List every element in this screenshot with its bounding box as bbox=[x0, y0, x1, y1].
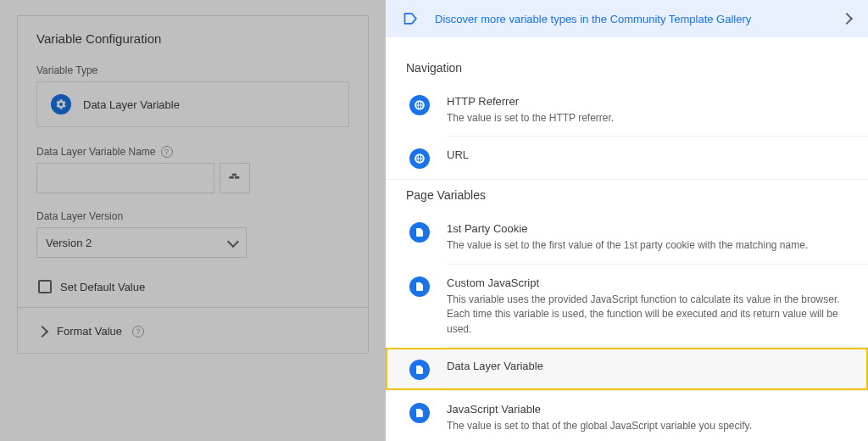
option-desc: The value is set to that of the global J… bbox=[447, 419, 844, 433]
card-title: Variable Configuration bbox=[36, 31, 349, 46]
page-icon bbox=[409, 403, 430, 423]
brick-icon bbox=[228, 171, 242, 185]
option-http-referrer[interactable]: HTTP Referrer The value is set to the HT… bbox=[386, 83, 868, 136]
option-title: HTTP Referrer bbox=[447, 95, 844, 108]
variable-type-selector[interactable]: Data Layer Variable bbox=[36, 81, 349, 127]
chevron-right-icon bbox=[36, 325, 48, 337]
variable-type-label: Variable Type bbox=[36, 64, 349, 76]
set-default-label: Set Default Value bbox=[60, 281, 145, 293]
variable-config-card: Variable Configuration Variable Type Dat… bbox=[17, 15, 369, 354]
divider bbox=[18, 307, 368, 308]
help-icon[interactable]: ? bbox=[161, 146, 173, 158]
option-title: Custom JavaScript bbox=[447, 276, 844, 289]
page-icon bbox=[409, 360, 430, 380]
svg-rect-2 bbox=[232, 174, 236, 176]
community-gallery-banner[interactable]: Discover more variable types in the Comm… bbox=[386, 0, 868, 37]
option-title: 1st Party Cookie bbox=[447, 222, 844, 235]
chevron-right-icon bbox=[841, 13, 853, 25]
variable-picker-button[interactable] bbox=[220, 163, 250, 193]
svg-rect-0 bbox=[229, 176, 233, 179]
help-icon[interactable]: ? bbox=[132, 326, 144, 338]
variable-config-pane: Variable Configuration Variable Type Dat… bbox=[0, 0, 386, 441]
svg-rect-1 bbox=[235, 176, 239, 179]
tag-icon bbox=[403, 10, 420, 27]
option-data-layer-variable[interactable]: Data Layer Variable bbox=[386, 348, 868, 390]
checkbox-icon bbox=[38, 280, 52, 293]
set-default-checkbox-row[interactable]: Set Default Value bbox=[36, 275, 349, 299]
option-first-party-cookie[interactable]: 1st Party Cookie The value is set to the… bbox=[386, 210, 868, 263]
variable-type-name: Data Layer Variable bbox=[83, 98, 180, 111]
section-navigation: Navigation bbox=[386, 53, 868, 83]
section-page-variables: Page Variables bbox=[386, 180, 868, 210]
option-title: Data Layer Variable bbox=[447, 360, 543, 372]
version-value: Version 2 bbox=[46, 237, 92, 249]
globe-icon bbox=[409, 95, 430, 115]
gear-icon bbox=[51, 94, 71, 114]
variable-name-input[interactable] bbox=[36, 163, 214, 193]
option-javascript-variable[interactable]: JavaScript Variable The value is set to … bbox=[386, 391, 868, 441]
banner-text: Discover more variable types in the Comm… bbox=[435, 13, 827, 25]
option-custom-javascript[interactable]: Custom JavaScript This variable uses the… bbox=[386, 265, 868, 347]
option-title: URL bbox=[447, 148, 844, 161]
variable-type-list: Navigation HTTP Referrer The value is se… bbox=[386, 37, 868, 441]
format-value-row[interactable]: Format Value ? bbox=[36, 313, 349, 349]
variable-name-label: Data Layer Variable Name ? bbox=[36, 146, 349, 158]
option-title: JavaScript Variable bbox=[447, 403, 844, 416]
page-icon bbox=[409, 222, 430, 243]
version-label: Data Layer Version bbox=[36, 210, 349, 222]
chevron-down-icon bbox=[227, 235, 239, 247]
variable-type-chooser-panel: Discover more variable types in the Comm… bbox=[386, 0, 868, 441]
version-select[interactable]: Version 2 bbox=[36, 227, 247, 258]
format-value-label: Format Value bbox=[57, 325, 122, 338]
option-desc: The value is set to the HTTP referrer. bbox=[447, 111, 844, 126]
option-url[interactable]: URL bbox=[386, 137, 868, 180]
option-desc: This variable uses the provided JavaScri… bbox=[447, 293, 844, 337]
option-desc: The value is set to the first value of t… bbox=[447, 238, 844, 253]
page-icon bbox=[409, 276, 430, 297]
globe-icon bbox=[409, 148, 430, 169]
